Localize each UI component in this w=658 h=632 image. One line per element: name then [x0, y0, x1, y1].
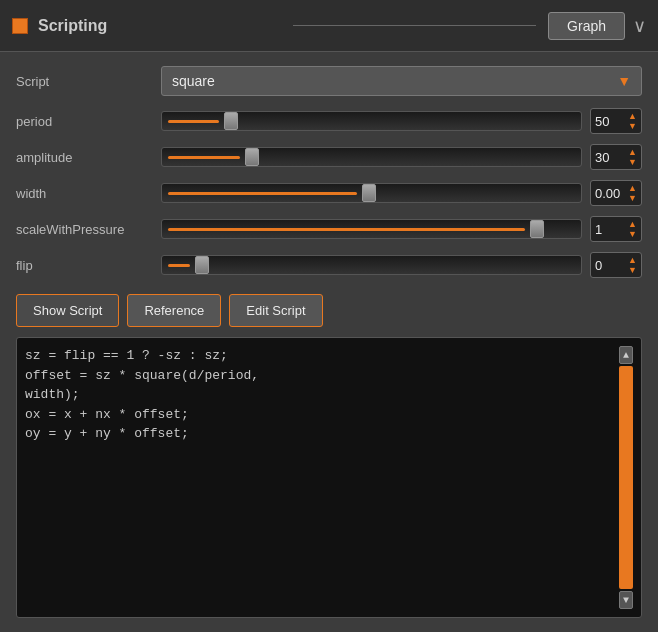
scroll-down-button[interactable]: ▼ — [619, 591, 633, 609]
period-label: period — [16, 114, 161, 129]
action-buttons-row: Show Script Reference Edit Script — [16, 294, 642, 327]
scrollbar: ▲ ▼ — [619, 346, 633, 609]
panel-header: Scripting Graph ∨ — [0, 0, 658, 52]
graph-button[interactable]: Graph — [548, 12, 625, 40]
amplitude-value: 30 — [595, 150, 609, 165]
panel-title: Scripting — [38, 17, 281, 35]
width-down-icon[interactable]: ▼ — [628, 193, 637, 203]
width-spinner[interactable]: 0.00 ▲ ▼ — [590, 180, 642, 206]
show-script-button[interactable]: Show Script — [16, 294, 119, 327]
width-thumb[interactable] — [362, 184, 376, 202]
amplitude-arrows: ▲ ▼ — [628, 147, 637, 167]
panel-content: Script square ▼ period 50 ▲ ▼ ampl — [0, 52, 658, 632]
dropdown-arrow-icon: ▼ — [617, 73, 631, 89]
script-label: Script — [16, 74, 161, 89]
width-label: width — [16, 186, 161, 201]
period-slider[interactable] — [161, 111, 582, 131]
amplitude-slider[interactable] — [161, 147, 582, 167]
flip-row: flip 0 ▲ ▼ — [16, 252, 642, 278]
script-row: Script square ▼ — [16, 66, 642, 96]
scrollbar-track[interactable] — [619, 366, 633, 589]
period-row: period 50 ▲ ▼ — [16, 108, 642, 134]
amplitude-thumb[interactable] — [245, 148, 259, 166]
script-text: sz = flip == 1 ? -sz : sz; offset = sz *… — [25, 346, 615, 609]
amplitude-row: amplitude 30 ▲ ▼ — [16, 144, 642, 170]
scalewithpressure-label: scaleWithPressure — [16, 222, 161, 237]
scalewithpressure-down-icon[interactable]: ▼ — [628, 229, 637, 239]
scalewithpressure-spinner[interactable]: 1 ▲ ▼ — [590, 216, 642, 242]
width-up-icon[interactable]: ▲ — [628, 183, 637, 193]
header-divider — [293, 25, 536, 26]
chevron-down-icon[interactable]: ∨ — [633, 15, 646, 37]
amplitude-down-icon[interactable]: ▼ — [628, 157, 637, 167]
period-value: 50 — [595, 114, 609, 129]
width-value: 0.00 — [595, 186, 620, 201]
period-up-icon[interactable]: ▲ — [628, 111, 637, 121]
scripting-panel: Scripting Graph ∨ Script square ▼ period… — [0, 0, 658, 632]
flip-value: 0 — [595, 258, 602, 273]
scalewithpressure-slider[interactable] — [161, 219, 582, 239]
script-output-area: sz = flip == 1 ? -sz : sz; offset = sz *… — [16, 337, 642, 618]
scalewithpressure-row: scaleWithPressure 1 ▲ ▼ — [16, 216, 642, 242]
scalewithpressure-value: 1 — [595, 222, 602, 237]
width-arrows: ▲ ▼ — [628, 183, 637, 203]
scripting-icon — [12, 18, 28, 34]
flip-label: flip — [16, 258, 161, 273]
period-spinner[interactable]: 50 ▲ ▼ — [590, 108, 642, 134]
period-arrows: ▲ ▼ — [628, 111, 637, 131]
flip-thumb[interactable] — [195, 256, 209, 274]
width-slider[interactable] — [161, 183, 582, 203]
scalewithpressure-arrows: ▲ ▼ — [628, 219, 637, 239]
flip-slider[interactable] — [161, 255, 582, 275]
amplitude-up-icon[interactable]: ▲ — [628, 147, 637, 157]
flip-down-icon[interactable]: ▼ — [628, 265, 637, 275]
flip-spinner[interactable]: 0 ▲ ▼ — [590, 252, 642, 278]
flip-arrows: ▲ ▼ — [628, 255, 637, 275]
period-down-icon[interactable]: ▼ — [628, 121, 637, 131]
reference-button[interactable]: Reference — [127, 294, 221, 327]
amplitude-label: amplitude — [16, 150, 161, 165]
width-row: width 0.00 ▲ ▼ — [16, 180, 642, 206]
scroll-up-button[interactable]: ▲ — [619, 346, 633, 364]
flip-up-icon[interactable]: ▲ — [628, 255, 637, 265]
script-value: square — [172, 73, 215, 89]
edit-script-button[interactable]: Edit Script — [229, 294, 322, 327]
script-dropdown[interactable]: square ▼ — [161, 66, 642, 96]
scalewithpressure-thumb[interactable] — [530, 220, 544, 238]
amplitude-spinner[interactable]: 30 ▲ ▼ — [590, 144, 642, 170]
period-thumb[interactable] — [224, 112, 238, 130]
scalewithpressure-up-icon[interactable]: ▲ — [628, 219, 637, 229]
